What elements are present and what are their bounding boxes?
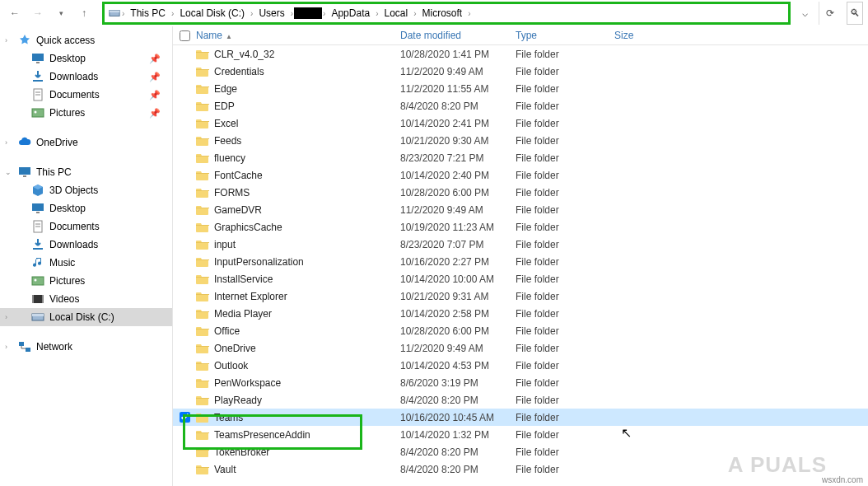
- file-name: Outlook: [214, 360, 248, 372]
- crumb-this-pc[interactable]: This PC: [125, 7, 170, 19]
- file-row[interactable]: Office10/28/2020 6:00 PMFile folder: [173, 322, 868, 339]
- file-row[interactable]: Feeds10/21/2020 9:30 AMFile folder: [173, 132, 868, 149]
- file-type: File folder: [516, 291, 614, 302]
- file-name: OneDrive: [214, 343, 256, 354]
- up-button[interactable]: ↑: [74, 3, 94, 23]
- file-row[interactable]: Internet Explorer10/21/2020 9:31 AMFile …: [173, 287, 868, 305]
- back-button[interactable]: ←: [5, 3, 25, 23]
- file-name: Office: [214, 325, 240, 337]
- star-icon: [18, 34, 31, 47]
- crumb-local-disk[interactable]: Local Disk (C:): [175, 7, 250, 19]
- column-date[interactable]: Date modified: [400, 30, 516, 41]
- address-bar[interactable]: › This PC › Local Disk (C:) › Users › › …: [105, 4, 788, 22]
- watermark-text: wsxdn.com: [822, 475, 863, 484]
- file-name: Vault: [214, 464, 236, 475]
- crumb-username-redacted[interactable]: [294, 7, 322, 19]
- folder-icon: [196, 307, 209, 320]
- chevron-right-icon[interactable]: ›: [5, 36, 7, 44]
- chevron-right-icon[interactable]: ›: [5, 313, 7, 321]
- label: 3D Objects: [49, 185, 98, 196]
- file-row[interactable]: Excel10/14/2020 2:41 PMFile folder: [173, 114, 868, 132]
- toolbar: ← → ▾ ↑ › This PC › Local Disk (C:) › Us…: [0, 0, 868, 26]
- sidebar-3d-objects[interactable]: 3D Objects: [0, 181, 172, 199]
- file-row[interactable]: FontCache10/14/2020 2:40 PMFile folder: [173, 166, 868, 184]
- sidebar-onedrive[interactable]: ›OneDrive: [0, 133, 172, 152]
- search-button[interactable]: 🔍︎: [847, 2, 863, 25]
- chevron-right-icon[interactable]: ›: [5, 138, 7, 147]
- address-dropdown[interactable]: ⌵: [794, 2, 815, 25]
- crumb-microsoft[interactable]: Microsoft: [418, 7, 468, 19]
- row-checkbox[interactable]: [180, 412, 190, 423]
- sidebar-local-disk[interactable]: ›Local Disk (C:): [0, 308, 172, 326]
- pin-icon: 📌: [149, 90, 161, 100]
- file-type: File folder: [516, 464, 614, 475]
- file-row[interactable]: Credentials11/2/2020 9:49 AMFile folder: [173, 63, 868, 80]
- file-name: TeamsPresenceAddin: [214, 429, 310, 441]
- forward-button[interactable]: →: [28, 3, 48, 23]
- refresh-button[interactable]: ⟳: [819, 2, 840, 25]
- file-row[interactable]: PenWorkspace8/6/2020 3:19 PMFile folder: [173, 374, 868, 391]
- file-row[interactable]: GameDVR11/2/2020 9:49 AMFile folder: [173, 201, 868, 218]
- folder-icon: [196, 82, 209, 96]
- file-row[interactable]: InputPersonalization10/16/2020 2:27 PMFi…: [173, 253, 868, 270]
- file-row[interactable]: Teams10/16/2020 10:45 AMFile folder: [173, 409, 868, 426]
- sidebar-downloads[interactable]: Downloads📌: [0, 68, 172, 86]
- folder-icon: [196, 65, 209, 78]
- sidebar-pc-music[interactable]: Music: [0, 254, 172, 272]
- sidebar-quick-access[interactable]: ›Quick access: [0, 31, 172, 49]
- sidebar-documents[interactable]: Documents📌: [0, 86, 172, 104]
- file-row[interactable]: PlayReady8/4/2020 8:20 PMFile folder: [173, 391, 868, 409]
- file-row[interactable]: TeamsPresenceAddin10/14/2020 1:32 PMFile…: [173, 426, 868, 443]
- chevron-right-icon[interactable]: ›: [467, 9, 471, 18]
- sidebar-pc-desktop[interactable]: Desktop: [0, 199, 172, 217]
- file-row[interactable]: Media Player10/14/2020 2:58 PMFile folde…: [173, 305, 868, 322]
- file-row[interactable]: Edge11/2/2020 11:55 AMFile folder: [173, 80, 868, 97]
- file-row[interactable]: fluency8/23/2020 7:21 PMFile folder: [173, 149, 868, 166]
- column-size[interactable]: Size: [614, 30, 680, 41]
- crumb-local[interactable]: Local: [379, 7, 413, 19]
- file-row[interactable]: FORMS10/28/2020 6:00 PMFile folder: [173, 184, 868, 201]
- sidebar-pictures[interactable]: Pictures📌: [0, 104, 172, 122]
- sidebar-pc-documents[interactable]: Documents: [0, 217, 172, 236]
- file-row[interactable]: input8/23/2020 7:07 PMFile folder: [173, 236, 868, 253]
- crumb-users[interactable]: Users: [254, 7, 289, 19]
- file-row[interactable]: OneDrive11/2/2020 9:49 AMFile folder: [173, 339, 868, 357]
- file-type: File folder: [516, 118, 614, 129]
- label: Downloads: [49, 239, 98, 250]
- pin-icon: 📌: [149, 72, 161, 82]
- crumb-appdata[interactable]: AppData: [326, 7, 375, 19]
- file-name: FORMS: [214, 187, 250, 199]
- sidebar-this-pc[interactable]: ⌄This PC: [0, 163, 172, 181]
- folder-icon: [196, 221, 209, 234]
- sidebar-pc-downloads[interactable]: Downloads: [0, 236, 172, 254]
- folder-icon: [196, 48, 209, 61]
- chevron-down-icon[interactable]: ⌄: [5, 168, 12, 176]
- select-all-checkbox[interactable]: [180, 30, 190, 41]
- recent-dropdown[interactable]: ▾: [51, 3, 71, 23]
- sidebar-network[interactable]: ›Network: [0, 338, 172, 356]
- pin-icon: 📌: [149, 54, 161, 64]
- folder-icon: [196, 134, 209, 147]
- sidebar-pc-videos[interactable]: Videos: [0, 290, 172, 308]
- label: OneDrive: [36, 137, 78, 148]
- file-date: 10/28/2020 1:41 PM: [400, 49, 516, 60]
- file-date: 10/16/2020 10:45 AM: [400, 412, 516, 423]
- video-icon: [31, 292, 44, 306]
- folder-icon: [196, 463, 209, 476]
- file-row[interactable]: GraphicsCache10/19/2020 11:23 AMFile fol…: [173, 218, 868, 236]
- file-list[interactable]: CLR_v4.0_3210/28/2020 1:41 PMFile folder…: [173, 45, 868, 486]
- file-row[interactable]: Outlook10/14/2020 4:53 PMFile folder: [173, 357, 868, 374]
- file-row[interactable]: InstallService10/14/2020 10:00 AMFile fo…: [173, 270, 868, 287]
- file-row[interactable]: CLR_v4.0_3210/28/2020 1:41 PMFile folder: [173, 45, 868, 63]
- file-type: File folder: [516, 222, 614, 233]
- chevron-right-icon[interactable]: ›: [5, 343, 7, 351]
- cube-icon: [31, 184, 44, 197]
- column-name[interactable]: Name▲: [196, 30, 400, 41]
- file-type: File folder: [516, 256, 614, 268]
- sidebar-desktop[interactable]: Desktop📌: [0, 49, 172, 68]
- column-headers: Name▲ Date modified Type Size: [173, 26, 868, 45]
- file-row[interactable]: EDP8/4/2020 8:20 PMFile folder: [173, 97, 868, 114]
- column-type[interactable]: Type: [516, 30, 614, 41]
- sidebar-pc-pictures[interactable]: Pictures: [0, 272, 172, 290]
- folder-icon: [196, 203, 209, 217]
